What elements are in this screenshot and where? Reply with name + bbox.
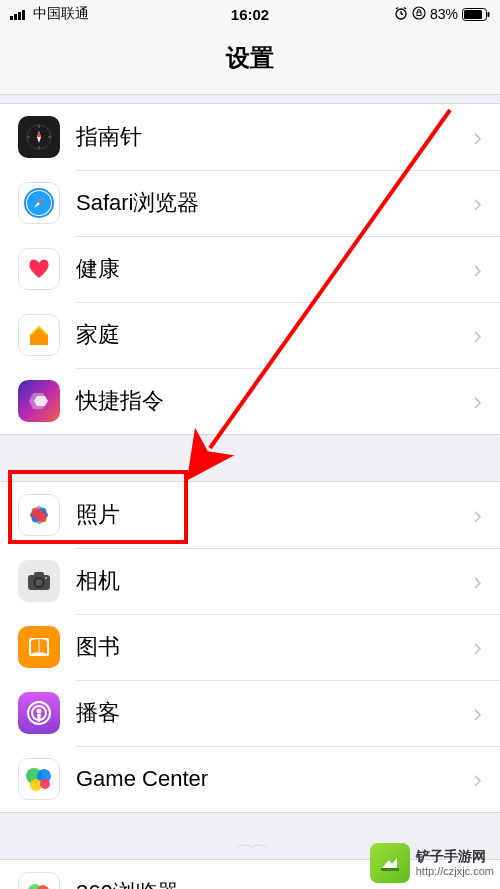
signal-icon	[10, 8, 28, 20]
chevron-right-icon: ›	[473, 698, 482, 729]
settings-list: 指南针 › Safari浏览器 › 健康 › 家庭 ›	[0, 95, 500, 889]
chevron-right-icon: ›	[473, 566, 482, 597]
svg-rect-3	[22, 10, 25, 20]
row-books-label: 图书	[76, 632, 473, 662]
row-podcasts-label: 播客	[76, 698, 473, 728]
alarm-icon	[394, 6, 408, 23]
row-books[interactable]: 图书 ›	[0, 614, 500, 680]
chevron-right-icon: ›	[473, 386, 482, 417]
home-icon	[18, 314, 60, 356]
row-podcasts[interactable]: 播客 ›	[0, 680, 500, 746]
360-icon	[18, 872, 60, 889]
status-bar: 中国联通 16:02 83%	[0, 0, 500, 28]
svg-point-38	[45, 577, 47, 579]
row-gamecenter[interactable]: Game Center ›	[0, 746, 500, 812]
carrier-label: 中国联通	[33, 5, 89, 23]
watermark-url: http://czjxjc.com	[416, 865, 494, 877]
svg-rect-35	[34, 572, 44, 577]
podcasts-icon	[18, 692, 60, 734]
compass-icon	[18, 116, 60, 158]
chevron-right-icon: ›	[473, 254, 482, 285]
svg-rect-12	[464, 10, 482, 19]
row-compass-label: 指南针	[76, 122, 473, 152]
row-health-label: 健康	[76, 254, 473, 284]
row-home[interactable]: 家庭 ›	[0, 302, 500, 368]
row-shortcuts[interactable]: 快捷指令 ›	[0, 368, 500, 434]
shortcuts-icon	[18, 380, 60, 422]
row-safari-label: Safari浏览器	[76, 188, 473, 218]
status-time: 16:02	[170, 6, 330, 23]
row-compass[interactable]: 指南针 ›	[0, 104, 500, 170]
svg-rect-13	[488, 12, 490, 17]
row-camera-label: 相机	[76, 566, 473, 596]
row-camera[interactable]: 相机 ›	[0, 548, 500, 614]
photos-icon	[18, 494, 60, 536]
svg-point-9	[413, 7, 425, 19]
safari-icon	[18, 182, 60, 224]
page-title: 设置	[0, 28, 500, 95]
row-shortcuts-label: 快捷指令	[76, 386, 473, 416]
battery-percent: 83%	[430, 6, 458, 22]
books-icon	[18, 626, 60, 668]
svg-marker-20	[37, 131, 41, 137]
row-gamecenter-label: Game Center	[76, 766, 473, 792]
camera-icon	[18, 560, 60, 602]
watermark: 铲子手游网 http://czjxjc.com	[370, 843, 494, 883]
chevron-right-icon: ›	[473, 632, 482, 663]
watermark-logo-icon	[370, 843, 410, 883]
status-right: 83%	[330, 6, 490, 23]
section-apple-apps-2: 照片 › 相机 › 图书 › 播客 ›	[0, 481, 500, 813]
health-icon	[18, 248, 60, 290]
orientation-lock-icon	[412, 6, 426, 23]
section-apple-apps-1: 指南针 › Safari浏览器 › 健康 › 家庭 ›	[0, 103, 500, 435]
row-health[interactable]: 健康 ›	[0, 236, 500, 302]
svg-rect-0	[10, 16, 13, 20]
svg-point-43	[37, 709, 42, 714]
row-photos[interactable]: 照片 ›	[0, 482, 500, 548]
chevron-right-icon: ›	[473, 188, 482, 219]
svg-line-8	[404, 7, 406, 9]
svg-line-7	[396, 7, 398, 9]
svg-rect-1	[14, 14, 17, 20]
chevron-right-icon: ›	[473, 500, 482, 531]
chevron-right-icon: ›	[473, 764, 482, 795]
row-safari[interactable]: Safari浏览器 ›	[0, 170, 500, 236]
svg-rect-52	[381, 868, 399, 871]
status-left: 中国联通	[10, 5, 170, 23]
svg-rect-10	[417, 12, 421, 16]
chevron-right-icon: ›	[473, 320, 482, 351]
battery-icon	[462, 8, 490, 21]
gamecenter-icon	[18, 758, 60, 800]
row-photos-label: 照片	[76, 500, 473, 530]
row-home-label: 家庭	[76, 320, 473, 350]
watermark-name: 铲子手游网	[416, 849, 494, 864]
svg-rect-2	[18, 12, 21, 20]
svg-point-47	[40, 779, 50, 789]
chevron-right-icon: ›	[473, 122, 482, 153]
svg-point-37	[36, 579, 43, 586]
